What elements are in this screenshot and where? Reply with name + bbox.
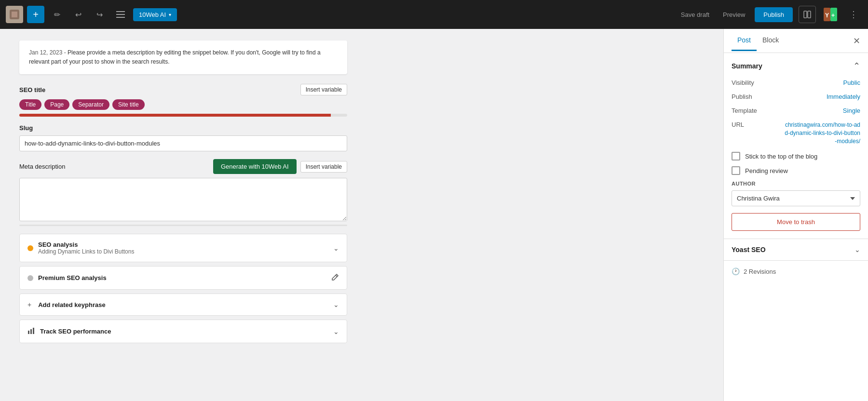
seo-analysis-subtitle: Adding Dynamic Links to Divi Buttons	[38, 248, 134, 255]
visibility-label: Visibility	[732, 79, 754, 86]
add-keyphrase-header[interactable]: + Add related keyphrase ⌄	[20, 294, 347, 315]
track-seo-header[interactable]: Track SEO performance ⌄	[20, 320, 347, 343]
chevron-down-icon: ▾	[169, 12, 171, 17]
revisions-label: 2 Revisions	[744, 268, 776, 275]
summary-header: Summary ⌃	[732, 61, 860, 71]
wp-logo[interactable]	[6, 6, 23, 23]
slug-input[interactable]	[19, 135, 347, 151]
add-keyphrase-left: + Add related keyphrase	[27, 301, 106, 308]
url-row: URL christinagwira.com/how-to-add-dynami…	[732, 121, 860, 145]
svg-rect-13	[33, 328, 34, 334]
premium-seo-header[interactable]: Premium SEO analysis	[20, 267, 347, 289]
add-keyphrase-title: Add related keyphrase	[38, 301, 105, 308]
redo-button[interactable]: ↪	[91, 6, 108, 23]
tab-post[interactable]: Post	[732, 30, 757, 51]
seo-status-indicator	[27, 245, 33, 251]
snippet-card: Jan 12, 2023 - Please provide a meta des…	[19, 40, 347, 74]
seo-title-label: SEO title Insert variable	[19, 84, 347, 95]
svg-rect-5	[804, 11, 807, 18]
sidebar-close-button[interactable]: ✕	[853, 36, 860, 46]
yoast-title: Yoast SEO	[732, 246, 766, 254]
track-seo-title: Track SEO performance	[40, 328, 111, 335]
revisions-icon: 🕐	[732, 267, 740, 275]
yoast-icon[interactable]: Y +	[822, 6, 839, 23]
meta-description-section: Meta description Generate with 10Web AI …	[19, 159, 347, 226]
sidebar: Post Block ✕ Summary ⌃ Visibility Public…	[723, 29, 868, 401]
meta-description-textarea[interactable]	[19, 178, 347, 221]
visibility-value[interactable]: Public	[843, 79, 860, 86]
seo-analysis-accordion: SEO analysis Adding Dynamic Links to Div…	[19, 234, 347, 262]
generate-button[interactable]: Generate with 10Web AI	[213, 159, 297, 174]
insert-variable-seo-button[interactable]: Insert variable	[300, 84, 347, 95]
seo-title-section: SEO title Insert variable Title Page Sep…	[19, 84, 347, 117]
svg-rect-1	[12, 12, 17, 17]
char-count-bar	[19, 225, 347, 226]
summary-collapse-button[interactable]: ⌃	[853, 61, 860, 71]
undo-button[interactable]: ↩	[69, 6, 87, 23]
seo-analysis-chevron: ⌄	[333, 244, 339, 252]
tab-block[interactable]: Block	[757, 30, 785, 51]
yoast-seo-section[interactable]: Yoast SEO ⌄	[724, 239, 868, 260]
svg-rect-3	[116, 14, 125, 15]
snippet-date: Jan 12, 2023 -	[29, 49, 66, 56]
preview-button[interactable]: Preview	[719, 8, 749, 21]
svg-text:+: +	[831, 12, 835, 19]
sidebar-tabs: Post Block	[732, 30, 785, 51]
tag-title[interactable]: Title	[19, 99, 41, 110]
toolbar-right: Save draft Preview Publish Y + ⋮	[677, 6, 862, 23]
publish-value[interactable]: Immediately	[827, 93, 860, 100]
svg-text:Y: Y	[825, 12, 829, 19]
yoast-chevron-icon: ⌄	[854, 246, 860, 254]
premium-seo-left: Premium SEO analysis	[27, 274, 107, 281]
template-label: Template	[732, 107, 757, 114]
seo-analysis-title: SEO analysis	[38, 241, 134, 248]
tag-site-title[interactable]: Site title	[112, 99, 145, 110]
layout-button[interactable]	[799, 6, 816, 23]
add-keyphrase-accordion: + Add related keyphrase ⌄	[19, 294, 347, 316]
publish-button[interactable]: Publish	[755, 7, 793, 22]
url-value[interactable]: christinagwira.com/how-to-add-dynamic-li…	[783, 121, 860, 145]
main-layout: Jan 12, 2023 - Please provide a meta des…	[0, 29, 868, 401]
seo-title-bar	[19, 114, 347, 117]
chart-icon	[27, 327, 35, 336]
seo-analysis-header[interactable]: SEO analysis Adding Dynamic Links to Div…	[20, 234, 347, 262]
move-to-trash-button[interactable]: Move to trash	[732, 213, 860, 231]
plus-icon: +	[27, 301, 31, 308]
author-heading: AUTHOR	[732, 181, 860, 187]
svg-rect-4	[116, 17, 125, 18]
template-value[interactable]: Single	[843, 107, 860, 114]
publish-row: Publish Immediately	[732, 93, 860, 100]
meta-desc-label: Meta description	[19, 163, 65, 170]
author-select[interactable]: Christina Gwira	[732, 190, 860, 206]
snippet-text: Please provide a meta description by edi…	[29, 49, 321, 65]
content-area: Jan 12, 2023 - Please provide a meta des…	[0, 29, 723, 401]
add-block-button[interactable]: +	[27, 6, 44, 23]
save-draft-button[interactable]: Save draft	[677, 8, 713, 21]
svg-rect-2	[116, 11, 125, 12]
insert-variable-meta-button[interactable]: Insert variable	[300, 161, 347, 173]
premium-seo-accordion: Premium SEO analysis	[19, 266, 347, 290]
svg-rect-6	[808, 11, 811, 18]
tag-page[interactable]: Page	[44, 99, 69, 110]
add-keyphrase-chevron: ⌄	[333, 301, 339, 308]
stick-checkbox[interactable]	[732, 152, 740, 160]
track-seo-chevron: ⌄	[333, 328, 339, 335]
url-label: URL	[732, 121, 744, 128]
template-row: Template Single	[732, 107, 860, 114]
revisions-row[interactable]: 🕐 2 Revisions	[724, 260, 868, 282]
list-view-button[interactable]	[112, 6, 129, 23]
more-options-button[interactable]: ⋮	[845, 6, 862, 23]
premium-seo-edit-icon[interactable]	[331, 273, 339, 282]
svg-rect-12	[30, 329, 32, 334]
svg-rect-11	[28, 331, 29, 334]
stick-checkbox-row: Stick to the top of the blog	[732, 152, 860, 160]
track-seo-accordion: Track SEO performance ⌄	[19, 320, 347, 343]
ai-dropdown-button[interactable]: 10Web AI ▾	[133, 8, 177, 21]
pending-checkbox[interactable]	[732, 166, 740, 175]
pending-label: Pending review	[745, 167, 788, 174]
edit-button[interactable]: ✏	[48, 6, 66, 23]
publish-label: Publish	[732, 93, 752, 100]
meta-desc-header: Meta description Generate with 10Web AI …	[19, 159, 347, 174]
seo-tags-row: Title Page Separator Site title	[19, 99, 347, 110]
tag-separator[interactable]: Separator	[72, 99, 109, 110]
